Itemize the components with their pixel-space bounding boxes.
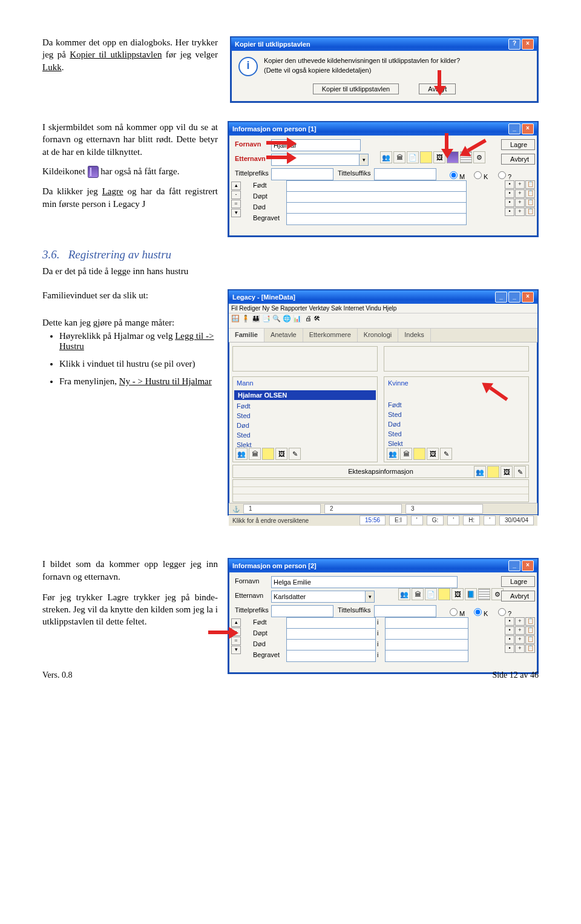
tool-icon[interactable]: 🖨 [305,315,312,327]
arrow-button[interactable]: ▾ [231,209,241,217]
plus-button[interactable]: + [515,644,525,653]
tool-icon[interactable]: 📑 [262,315,271,327]
tab-kronologi[interactable]: Kronologi [358,329,398,342]
dod-input[interactable] [286,202,467,214]
dot-button[interactable]: • [505,644,514,653]
doc-icon[interactable]: 📄 [425,588,437,600]
dot-button[interactable]: • [505,198,514,207]
gender-k-radio-2[interactable] [474,608,482,616]
gender-k-radio[interactable] [474,171,482,179]
fodt-input[interactable] [286,180,467,192]
begravet-input[interactable] [286,213,467,225]
arrow-button[interactable]: ▾ [231,646,241,654]
gender-m-radio[interactable] [450,171,458,179]
plus-button[interactable]: + [515,617,525,626]
close-icon[interactable] [522,123,534,134]
temple-icon[interactable]: 🏛 [393,151,405,163]
tool-icon[interactable]: 🛠 [313,315,320,327]
ekteskap-pane[interactable]: Ekteskapsinformasjon 👥 🖼 ✎ [232,465,529,478]
begravet-input-2[interactable] [286,650,376,662]
pane-tool-icon[interactable]: 🖼 [275,448,287,460]
tittelprefiks-input-2[interactable] [271,605,333,617]
clip-button[interactable]: 📋 [525,635,535,644]
plus-button[interactable]: + [515,189,525,198]
media-icon[interactable]: 🖼 [451,588,464,600]
plus-button[interactable]: + [515,626,525,635]
begravet-sted-input[interactable] [385,650,468,662]
dod-sted-input[interactable] [385,639,468,651]
etternavn-input-2[interactable] [271,591,367,603]
pane-tool-icon[interactable]: 🖼 [427,448,439,460]
fodt-sted-input[interactable] [385,617,468,629]
help-icon[interactable] [508,39,520,50]
dopt-input[interactable] [286,191,467,203]
note-icon[interactable] [420,151,432,163]
mother-pane[interactable] [384,346,529,372]
cancel-button-2[interactable]: Avbryt [501,154,535,165]
plus-button[interactable]: + [515,635,525,644]
clip-button[interactable]: 📋 [525,626,535,635]
minimize-icon[interactable] [508,123,520,134]
dod-input-2[interactable] [286,639,376,651]
close-icon[interactable] [522,560,534,571]
pane-note-icon[interactable] [262,448,274,460]
fodt-input-2[interactable] [286,617,376,629]
tool-icon[interactable]: ⚙ [473,151,485,163]
pane-tool-icon[interactable]: 👥 [474,466,486,478]
equals-button[interactable]: = [231,200,241,208]
pane-tool-icon[interactable]: 👥 [387,448,399,460]
tittelsuffiks-input-2[interactable] [374,605,436,617]
tool-icon[interactable]: 🔍 [272,315,281,327]
pane-note-icon[interactable] [413,448,425,460]
arrow-button[interactable]: ▴ [231,618,241,627]
minus-button[interactable]: - [231,191,241,199]
doc-icon[interactable]: 📄 [407,151,419,163]
person-name-bar[interactable]: Hjalmar OLSEN [234,390,376,400]
dopt-sted-input[interactable] [385,628,468,640]
clip-button[interactable]: 📋 [525,208,535,216]
pane-tool-icon[interactable]: ✎ [440,448,452,460]
toolbar[interactable]: 🪟 🧍 👪 📑 🔍 🌐 📊 🖨 🛠 [229,313,537,329]
kvinne-pane[interactable]: Kvinne Født Sted Død Sted Slekt 👥 🏛 🖼 ✎ [384,376,529,462]
pane-tool-icon[interactable]: ✎ [289,448,301,460]
dropdown-icon[interactable]: ▾ [365,591,375,603]
dot-button[interactable]: • [505,189,514,198]
tab-familie[interactable]: Familie [229,329,264,342]
tool-icon[interactable]: 📊 [293,315,301,327]
maximize-icon[interactable] [508,292,520,303]
dot-button[interactable]: • [505,180,514,189]
note-icon[interactable] [438,588,450,600]
cancel-button-3[interactable]: Avbryt [501,591,535,601]
plus-button[interactable]: + [515,198,525,207]
menu-bar[interactable]: Fil Rediger Ny Se Rapporter Verktøy Søk … [229,304,537,313]
tittelsuffiks-input[interactable] [374,168,436,180]
arrow-button[interactable]: ▴ [231,182,241,190]
dot-button[interactable]: • [505,626,514,635]
pane-tool-icon[interactable]: 🏛 [249,448,261,460]
page-1[interactable]: 1 [243,504,321,514]
temple-icon[interactable]: 🏛 [412,588,424,600]
children-pane[interactable] [232,479,529,502]
gender-q-radio-2[interactable] [498,608,506,616]
plus-button[interactable]: + [515,208,525,216]
tab-indeks[interactable]: Indeks [398,329,430,342]
pane-note-icon[interactable] [487,466,499,478]
book-icon[interactable]: 📘 [465,588,477,600]
dot-button[interactable]: • [505,635,514,644]
pane-tool-icon[interactable]: 🖼 [501,466,513,478]
clip-button[interactable]: 📋 [525,198,535,207]
page-2[interactable]: 2 [324,504,402,514]
pane-tool-icon[interactable]: 👥 [235,448,248,460]
tool-icon[interactable]: 🪟 [231,315,240,327]
anchor-icon[interactable]: ⚓ [232,506,240,513]
close-icon[interactable] [522,292,534,303]
dot-button[interactable]: • [505,617,514,626]
clip-button[interactable]: 📋 [525,189,535,198]
pane-tool-icon[interactable]: 🏛 [400,448,412,460]
grid-icon[interactable] [478,588,490,600]
copy-to-clipboard-button[interactable]: Kopier til utklippstavlen [313,84,399,94]
people-icon[interactable]: 👥 [398,588,410,600]
page-3[interactable]: 3 [405,504,483,514]
dropdown-icon[interactable]: ▾ [359,154,369,166]
father-pane[interactable] [232,346,378,372]
